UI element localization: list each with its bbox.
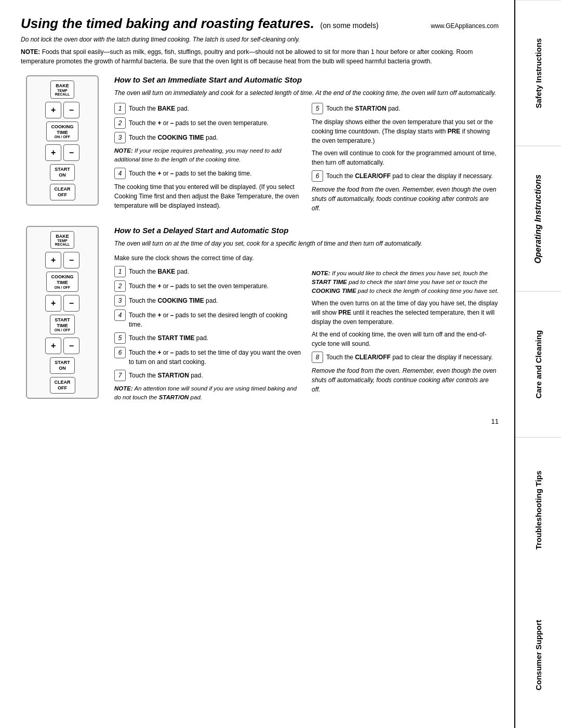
step-2-7: 7 Touch the START/ON pad. — [114, 370, 301, 381]
step-num-2-2: 2 — [114, 280, 126, 292]
plus-btn-1[interactable]: + — [45, 102, 61, 118]
step-2-5: 5 Touch the START TIME pad. — [114, 332, 301, 344]
start-time-btn-2[interactable]: STARTTIME ON / OFF — [50, 315, 75, 335]
step-num-2-1: 1 — [114, 266, 126, 277]
section1-heading: How to Set an Immediate Start and Automa… — [114, 75, 499, 84]
section1-body-right2: The oven will continue to cook for the p… — [312, 149, 499, 167]
step-1-1: 1 Touch the BAKE pad. — [114, 103, 301, 114]
step-text-2-3: Touch the COOKING TIME pad. — [129, 295, 218, 305]
step-text-1-2: Touch the + or – pads to set the oven te… — [129, 117, 269, 128]
note-block: NOTE: Foods that spoil easily—such as mi… — [21, 47, 499, 66]
plus-minus-group-1: + – — [45, 102, 79, 118]
plus-minus-group-1b: + – — [45, 144, 79, 161]
section2-makesure: Make sure the clock shows the correct ti… — [114, 253, 499, 263]
section1-intro: The oven will turn on immediately and co… — [114, 88, 499, 98]
start-time-sub-2: ON / OFF — [55, 328, 70, 332]
section2-steps-right: NOTE: If you would like to check the tim… — [312, 266, 499, 406]
minus-btn-2[interactable]: – — [63, 252, 79, 268]
step-text-2-1: Touch the BAKE pad. — [129, 266, 189, 276]
step-2-2: 2 Touch the + or – pads to set the oven … — [114, 280, 301, 292]
minus-btn-2b[interactable]: – — [63, 295, 79, 312]
step-num-1-2: 2 — [114, 117, 126, 129]
start-on-btn-2[interactable]: STARTON — [50, 357, 74, 374]
cooking-time-sub-1: ON / OFF — [51, 135, 73, 139]
step-1-2: 2 Touch the + or – pads to set the oven … — [114, 117, 301, 129]
step-text-2-8: Touch the CLEAR/OFF pad to clear the dis… — [326, 352, 493, 362]
diagram2-col: BAKE TEMPRECALL + – COOKINGTIME ON / OFF… — [21, 226, 104, 406]
plus-minus-group-2: + – — [45, 252, 79, 268]
step-num-1-5: 5 — [312, 103, 323, 114]
sidebar-safety[interactable]: Safety Instructions — [515, 0, 561, 146]
section2-note-right: NOTE: If you would like to check the tim… — [312, 269, 499, 296]
bake-btn-1[interactable]: BAKE TEMPRECALL — [50, 80, 74, 99]
step-2-1: 1 Touch the BAKE pad. — [114, 266, 301, 277]
step-2-6: 6 Touch the + or – pads to set the time … — [114, 347, 301, 367]
section2-remove: Remove the food from the oven. Remember,… — [312, 366, 499, 394]
step-1-3: 3 Touch the COOKING TIME pad. — [114, 132, 301, 143]
minus-btn-2c[interactable]: – — [63, 338, 79, 354]
clear-off-btn-2[interactable]: CLEAROFF — [50, 377, 75, 394]
cooking-time-btn-1[interactable]: COOKINGTIME ON / OFF — [46, 122, 78, 142]
plus-btn-2[interactable]: + — [45, 252, 61, 268]
start-on-label-1: STARTON — [55, 167, 70, 178]
sidebar-operating[interactable]: Operating Instructions — [515, 146, 561, 292]
clear-off-btn-1[interactable]: CLEAROFF — [50, 184, 75, 200]
cooking-time-btn-2[interactable]: COOKINGTIME ON / OFF — [46, 272, 78, 292]
step-num-1-6: 6 — [312, 170, 323, 182]
section1-instructions: How to Set an Immediate Start and Automa… — [114, 75, 499, 213]
step-text-2-2: Touch the + or – pads to set the oven te… — [129, 280, 269, 291]
step-2-3: 3 Touch the COOKING TIME pad. — [114, 295, 301, 306]
cooking-time-label-2: COOKINGTIME — [51, 274, 73, 286]
website-url: www.GEAppliances.com — [431, 22, 499, 30]
section1-steps-right: 5 Touch the START/ON pad. The display sh… — [312, 103, 499, 213]
section1-remove: Remove the food from the oven. Remember,… — [312, 185, 499, 213]
step-num-2-8: 8 — [312, 352, 323, 363]
step-num-1-3: 3 — [114, 132, 126, 143]
sidebar-consumer[interactable]: Consumer Support — [515, 583, 561, 728]
page-title-suffix: (on some models) — [320, 21, 379, 30]
warning-text: Do not lock the oven door with the latch… — [21, 36, 499, 43]
step-1-6: 6 Touch the CLEAR/OFF pad to clear the d… — [312, 170, 499, 182]
step-text-2-5: Touch the START TIME pad. — [129, 332, 208, 343]
step-2-8: 8 Touch the CLEAR/OFF pad to clear the d… — [312, 352, 499, 363]
step-text-2-4: Touch the + or – pads to set the desired… — [129, 309, 301, 329]
plus-btn-2b[interactable]: + — [45, 295, 61, 312]
section2-note-left: NOTE: An attention tone will sound if yo… — [114, 384, 301, 402]
bake-btn-2[interactable]: BAKE TEMPRECALL — [50, 231, 74, 249]
cooking-time-label-1: COOKINGTIME — [51, 124, 73, 136]
start-on-btn-1[interactable]: STARTON — [50, 164, 74, 181]
step-num-2-4: 4 — [114, 309, 126, 321]
sidebar-troubleshooting[interactable]: Troubleshooting Tips — [515, 437, 561, 583]
step-num-2-7: 7 — [114, 370, 126, 381]
step-text-2-7: Touch the START/ON pad. — [129, 370, 203, 380]
start-on-label-2: STARTON — [55, 360, 70, 371]
minus-btn-1b[interactable]: – — [63, 144, 79, 161]
note-text: Foods that spoil easily—such as milk, eg… — [21, 48, 473, 65]
minus-btn-1[interactable]: – — [63, 102, 79, 118]
section2-steps-left: 1 Touch the BAKE pad. 2 Touch the + or –… — [114, 266, 301, 406]
section2-body-right1: When the oven turns on at the time of da… — [312, 299, 499, 327]
cooking-time-sub-2: ON / OFF — [51, 286, 73, 289]
sidebar-care[interactable]: Care and Cleaning — [515, 291, 561, 437]
section2-heading: How to Set a Delayed Start and Automatic… — [114, 226, 499, 235]
section2-body-right2: At the end of cooking time, the oven wil… — [312, 330, 499, 348]
section1-note-left: NOTE: If your recipe requires preheating… — [114, 146, 301, 165]
section2-instructions: How to Set a Delayed Start and Automatic… — [114, 226, 499, 406]
oven-diagram-1: BAKE TEMPRECALL + – COOKINGTIME ON / OFF… — [26, 75, 99, 206]
page-header: Using the timed baking and roasting feat… — [21, 16, 499, 32]
section1-body-left: The cooking time that you entered will b… — [114, 182, 301, 210]
step-2-4: 4 Touch the + or – pads to set the desir… — [114, 309, 301, 329]
section1-body-right1: The display shows either the oven temper… — [312, 117, 499, 145]
right-sidebar: Safety Instructions Operating Instructio… — [514, 0, 561, 728]
step-1-4: 4 Touch the + or – pads to set the bakin… — [114, 168, 301, 179]
plus-btn-2c[interactable]: + — [45, 338, 61, 354]
section2-wrapper: BAKE TEMPRECALL + – COOKINGTIME ON / OFF… — [21, 226, 499, 406]
step-text-1-1: Touch the BAKE pad. — [129, 103, 189, 113]
main-content: Using the timed baking and roasting feat… — [0, 0, 514, 728]
title-block: Using the timed baking and roasting feat… — [21, 16, 379, 32]
bake-label-2: BAKE — [55, 234, 70, 239]
step-text-1-4: Touch the + or – pads to set the baking … — [129, 168, 252, 178]
clear-off-label-1: CLEAROFF — [55, 186, 71, 198]
plus-btn-1b[interactable]: + — [45, 144, 61, 161]
section1-steps: 1 Touch the BAKE pad. 2 Touch the + or –… — [114, 103, 499, 213]
